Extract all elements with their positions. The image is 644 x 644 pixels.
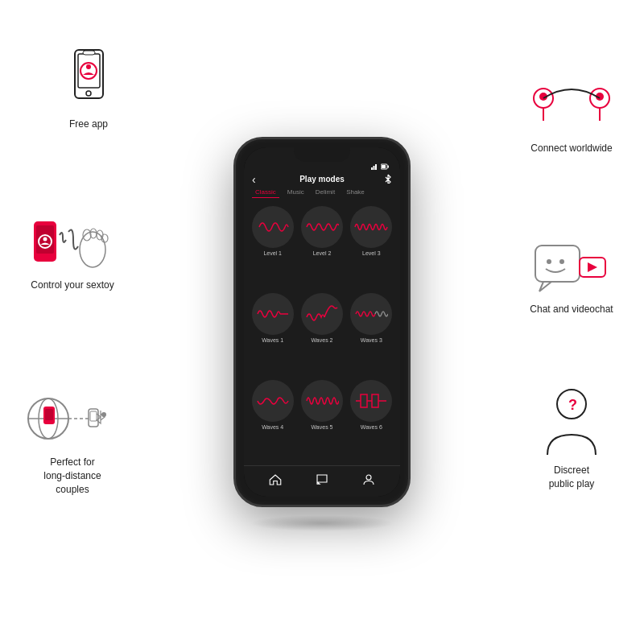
mode-waves5[interactable]: Waves 5	[299, 380, 344, 462]
svg-rect-32	[45, 409, 53, 420]
mode-circle-waves4	[252, 380, 294, 422]
bluetooth-icon	[384, 174, 392, 185]
mode-waves3[interactable]: Waves 3	[349, 293, 394, 375]
mode-level1[interactable]: Level 1	[250, 206, 295, 288]
mode-circle-waves3	[350, 293, 392, 335]
mode-level3[interactable]: Level 3	[349, 206, 394, 288]
feature-chat: Chat and videochat	[515, 242, 628, 316]
svg-rect-41	[535, 246, 580, 282]
chat-icon	[531, 242, 612, 298]
nav-chat-icon[interactable]	[315, 473, 329, 487]
svg-point-36	[101, 412, 106, 417]
connect-icon	[523, 80, 620, 137]
svg-point-18	[86, 91, 91, 96]
signal-icon	[371, 163, 378, 170]
feature-connect: Connect worldwide	[515, 80, 628, 155]
mode-circle-waves1	[252, 293, 294, 335]
feature-control: Control your sextoy	[16, 217, 129, 292]
app-screen: ‹ Play modes Classic Music Delimit Shake	[244, 147, 400, 497]
nav-profile-icon[interactable]	[361, 473, 376, 487]
mode-circle-level3	[350, 206, 392, 248]
mode-label-waves2: Waves 2	[312, 337, 333, 343]
svg-marker-45	[588, 262, 597, 272]
tab-delimit[interactable]: Delimit	[312, 187, 338, 198]
tab-music[interactable]: Music	[284, 187, 308, 198]
phone-notch	[294, 147, 350, 162]
mode-label-waves5: Waves 5	[312, 424, 333, 430]
back-button[interactable]: ‹	[252, 173, 256, 186]
connect-label: Connect worldwide	[530, 142, 612, 155]
free-app-icon	[67, 48, 111, 113]
battery-icon	[381, 163, 389, 170]
feature-couples: Perfect for long-distance couples	[16, 386, 129, 496]
mode-circle-level2	[301, 206, 343, 248]
status-icons	[371, 163, 389, 170]
mode-label-waves4: Waves 4	[262, 424, 283, 430]
svg-rect-1	[374, 166, 375, 170]
mode-label-waves6: Waves 6	[361, 424, 382, 430]
mode-grid: Level 1 Level 2 Level 3	[244, 203, 400, 465]
mode-label-waves3: Waves 3	[361, 337, 382, 343]
mode-label-level1: Level 1	[263, 250, 282, 256]
svg-point-12	[366, 475, 371, 480]
svg-rect-8	[361, 394, 367, 407]
phone-body: ‹ Play modes Classic Music Delimit Shake	[233, 137, 411, 507]
app-title: Play modes	[299, 175, 345, 184]
discreet-label: Discreet public play	[549, 464, 595, 491]
svg-point-17	[86, 64, 91, 69]
couples-icon	[24, 386, 121, 451]
svg-rect-2	[375, 164, 377, 170]
mode-label-level2: Level 2	[313, 250, 332, 256]
mode-circle-level1	[252, 206, 294, 248]
mode-circle-waves6	[350, 380, 392, 422]
mode-waves2[interactable]: Waves 2	[299, 293, 344, 375]
phone-reflection	[250, 515, 394, 531]
discreet-icon: ?	[539, 386, 604, 459]
svg-rect-15	[83, 51, 95, 55]
mode-waves1[interactable]: Waves 1	[250, 293, 295, 375]
tab-shake[interactable]: Shake	[343, 187, 368, 198]
svg-rect-10	[372, 394, 378, 407]
mode-circle-waves2	[301, 293, 343, 335]
feature-free-app: Free app	[32, 48, 145, 131]
svg-point-22	[43, 237, 47, 242]
phone-screen-container: ‹ Play modes Classic Music Delimit Shake	[244, 147, 400, 497]
mode-label-level3: Level 3	[362, 250, 381, 256]
svg-text:?: ?	[568, 397, 577, 413]
free-app-label: Free app	[69, 118, 108, 131]
mode-label-waves1: Waves 1	[262, 337, 283, 343]
bottom-nav	[244, 465, 400, 497]
app-header: ‹ Play modes	[244, 173, 400, 187]
svg-point-43	[559, 259, 564, 264]
svg-rect-0	[371, 167, 373, 170]
control-label: Control your sextoy	[31, 279, 114, 292]
mode-level2[interactable]: Level 2	[299, 206, 344, 288]
phone: ‹ Play modes Classic Music Delimit Shake	[233, 137, 411, 507]
mode-circle-waves5	[301, 380, 343, 422]
tab-classic[interactable]: Classic	[252, 187, 279, 198]
svg-rect-35	[90, 411, 97, 421]
control-icon	[32, 217, 113, 274]
svg-rect-4	[388, 166, 390, 168]
mode-waves4[interactable]: Waves 4	[250, 380, 295, 462]
mode-waves6[interactable]: Waves 6	[349, 380, 394, 462]
svg-point-42	[547, 259, 551, 264]
tabs-bar: Classic Music Delimit Shake	[244, 187, 400, 198]
svg-rect-5	[382, 165, 386, 168]
nav-home-icon[interactable]	[268, 473, 283, 487]
couples-label: Perfect for long-distance couples	[43, 456, 101, 496]
svg-point-24	[83, 229, 91, 241]
chat-label: Chat and videochat	[530, 303, 613, 316]
feature-discreet: ? Discreet public play	[515, 386, 628, 491]
